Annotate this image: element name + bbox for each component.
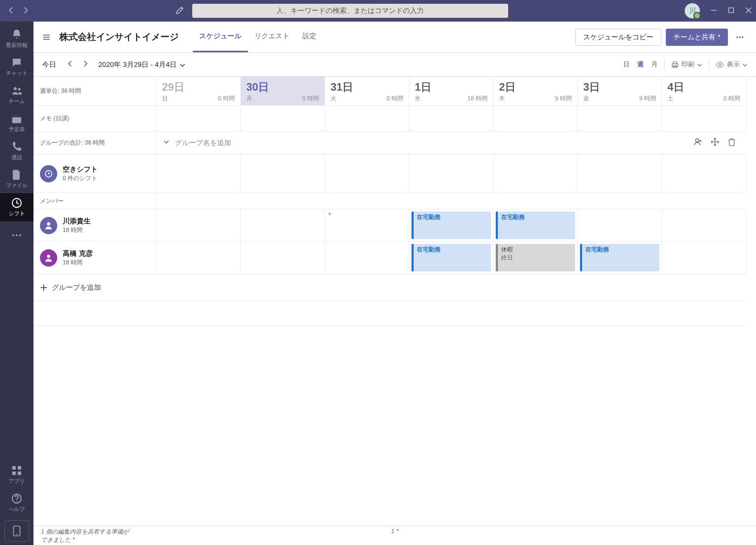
svg-rect-0 [729,8,734,12]
minimize-icon[interactable] [711,7,717,15]
nav-forward-icon[interactable] [22,6,29,16]
search-input[interactable]: 人、キーワードの検索、またはコマンドの入力 [192,4,508,18]
maximize-icon[interactable] [728,7,734,15]
close-icon[interactable] [745,7,752,15]
compose-icon[interactable] [176,6,184,16]
avatar[interactable]: 川 [685,3,700,18]
titlebar: 人、キーワードの検索、またはコマンドの入力 川 [0,0,756,22]
nav-back-icon[interactable] [8,6,15,16]
